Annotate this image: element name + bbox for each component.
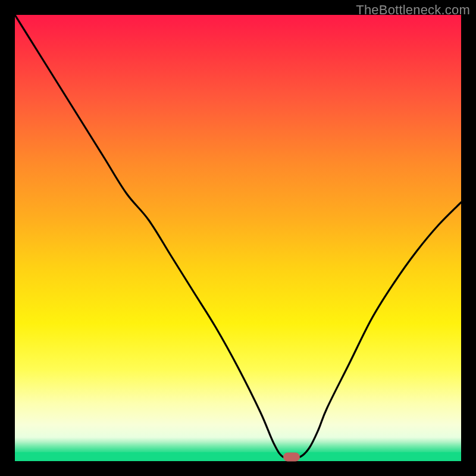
chart-frame: TheBottleneck.com — [0, 0, 476, 476]
curve-layer — [15, 15, 461, 461]
plot-area — [15, 15, 461, 461]
optimum-marker — [283, 452, 300, 461]
bottleneck-curve — [15, 15, 461, 458]
